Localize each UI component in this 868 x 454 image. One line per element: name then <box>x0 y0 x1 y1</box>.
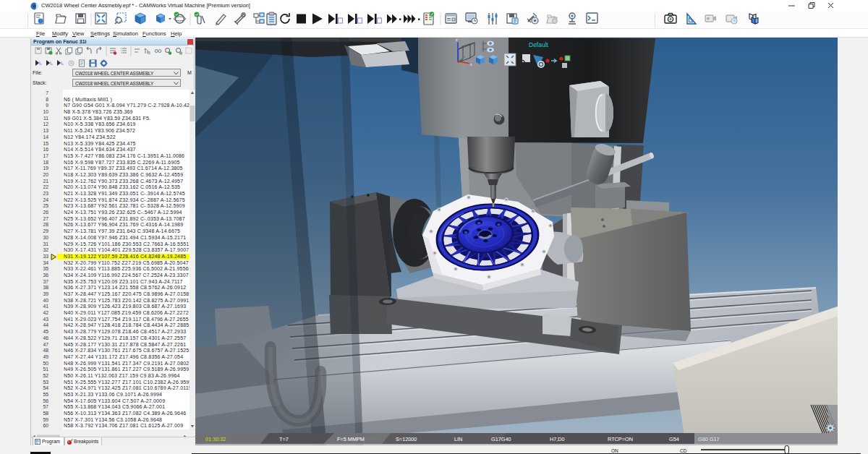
svg-text:LIN: LIN <box>454 436 462 442</box>
svg-text:T=7: T=7 <box>279 436 289 442</box>
svg-text:Default: Default <box>529 41 549 48</box>
svg-text:H7,D0: H7,D0 <box>550 436 565 442</box>
svg-text:RTCP=ON: RTCP=ON <box>608 436 633 442</box>
svg-text:F=5 MMPM: F=5 MMPM <box>337 436 365 442</box>
svg-text:01:30:32: 01:30:32 <box>205 436 226 442</box>
svg-text:G17G40: G17G40 <box>491 436 511 442</box>
svg-text:B: B <box>148 51 150 55</box>
svg-text:S=12000: S=12000 <box>396 436 417 442</box>
svg-text:G54: G54 <box>669 436 679 442</box>
svg-text:G80 G17: G80 G17 <box>698 436 720 442</box>
